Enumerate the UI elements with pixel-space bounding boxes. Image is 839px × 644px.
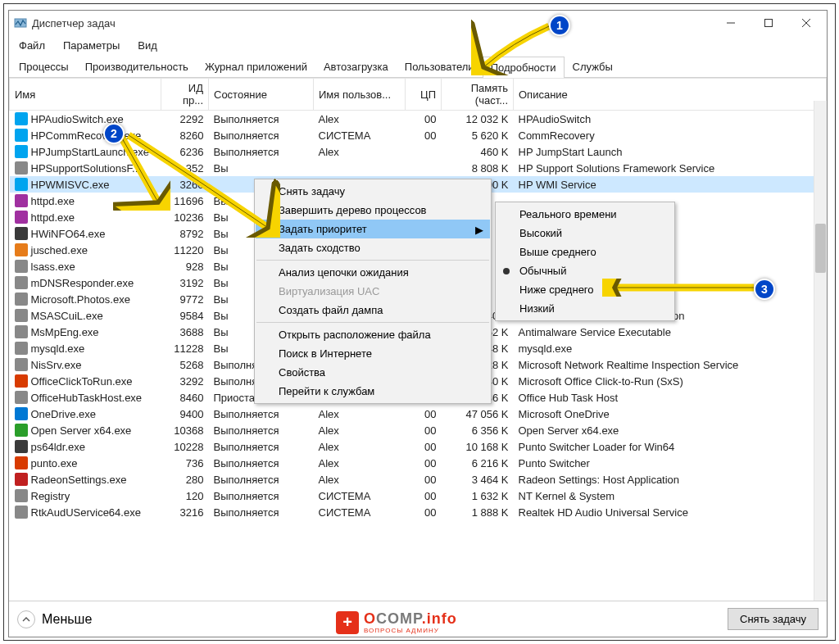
ctx-item[interactable]: Свойства	[256, 363, 490, 382]
watermark-sub: ВОПРОСЫ АДМИНУ	[364, 628, 457, 634]
col-name[interactable]: Имя	[10, 79, 161, 111]
fewer-details-label[interactable]: Меньше	[42, 612, 92, 627]
ctx-item[interactable]: Завершить дерево процессов	[256, 201, 490, 220]
fewer-details-button[interactable]	[17, 610, 35, 628]
col-desc[interactable]: Описание	[514, 79, 827, 111]
tab-1[interactable]: Производительность	[77, 56, 197, 77]
table-row[interactable]: HPCommRecovery.exe8260ВыполняетсяСИСТЕМА…	[10, 127, 827, 143]
table-row[interactable]: Registry120ВыполняетсяСИСТЕМА001 632 KNT…	[10, 488, 827, 504]
ctx-item[interactable]: Перейти к службам	[256, 382, 490, 401]
priority-item[interactable]: Реального времени	[497, 205, 673, 224]
table-row[interactable]: ps64ldr.exe10228ВыполняетсяAlex0010 168 …	[10, 438, 827, 455]
tabbar: ПроцессыПроизводительностьЖурнал приложе…	[9, 55, 827, 78]
callout-badge-1: 1	[549, 15, 570, 36]
ctx-item[interactable]: Задать приоритет▶	[256, 220, 490, 238]
chevron-right-icon: ▶	[475, 223, 483, 235]
menubar: Файл Параметры Вид	[9, 35, 827, 55]
table-row[interactable]: RtkAudUService64.exe3216ВыполняетсяСИСТЕ…	[10, 504, 827, 520]
table-row[interactable]: HPAudioSwitch.exe2292ВыполняетсяAlex0012…	[10, 111, 827, 128]
menu-file[interactable]: Файл	[16, 38, 48, 53]
process-context-menu: Снять задачуЗавершить дерево процессовЗа…	[254, 179, 492, 404]
table-row[interactable]: OneDrive.exe9400ВыполняетсяAlex0047 056 …	[10, 406, 827, 422]
ctx-item[interactable]: Задать сходство	[256, 238, 490, 257]
maximize-button[interactable]	[750, 11, 787, 35]
table-row[interactable]: RadeonSettings.exe280ВыполняетсяAlex003 …	[10, 471, 827, 488]
titlebar: Диспетчер задач	[9, 11, 827, 35]
watermark-badge: +	[336, 611, 359, 634]
ctx-item[interactable]: Поиск в Интернете	[256, 344, 490, 363]
vertical-scrollbar[interactable]	[814, 101, 827, 601]
watermark: + OCOMP.info ВОПРОСЫ АДМИНУ	[336, 610, 457, 634]
watermark-text: OCOMP.info	[364, 610, 457, 627]
priority-item[interactable]: Выше среднего	[497, 243, 673, 261]
priority-item[interactable]: Обычный	[497, 261, 673, 280]
ctx-item[interactable]: Создать файл дампа	[256, 301, 490, 320]
tab-6[interactable]: Службы	[565, 56, 621, 77]
col-cpu[interactable]: ЦП	[406, 79, 442, 111]
tab-5[interactable]: Подробности	[483, 57, 565, 78]
priority-item[interactable]: Низкий	[497, 299, 673, 318]
table-row[interactable]: HPJumpStartLaunch.exe6236ВыполняетсяAlex…	[10, 143, 827, 160]
menu-options[interactable]: Параметры	[60, 38, 123, 53]
ctx-item[interactable]: Открыть расположение файла	[256, 325, 490, 344]
task-manager-icon	[14, 16, 27, 29]
close-button[interactable]	[787, 11, 825, 35]
ctx-item[interactable]: Виртуализация UAC	[256, 282, 490, 301]
table-row[interactable]: Open Server x64.exe10368ВыполняетсяAlex0…	[10, 422, 827, 438]
svg-rect-2	[765, 20, 773, 27]
tab-3[interactable]: Автозагрузка	[315, 56, 397, 77]
col-state[interactable]: Состояние	[209, 79, 314, 111]
col-pid[interactable]: ИД пр...	[161, 79, 209, 111]
menu-view[interactable]: Вид	[134, 38, 161, 53]
priority-item[interactable]: Ниже среднего	[497, 280, 673, 299]
ctx-item[interactable]: Анализ цепочки ожидания	[256, 263, 490, 282]
tab-0[interactable]: Процессы	[11, 56, 77, 77]
table-row[interactable]: HPSupportSolutionsF...352Вы8 808 KHP Sup…	[10, 160, 827, 176]
tab-2[interactable]: Журнал приложений	[197, 56, 315, 77]
scrollbar-thumb[interactable]	[815, 224, 826, 273]
end-task-button[interactable]: Снять задачу	[728, 608, 819, 630]
col-mem[interactable]: Память (част...	[442, 79, 514, 111]
col-user[interactable]: Имя пользов...	[314, 79, 406, 111]
callout-badge-3: 3	[754, 279, 775, 300]
table-row[interactable]: punto.exe736ВыполняетсяAlex006 216 KPunt…	[10, 455, 827, 471]
tab-4[interactable]: Пользователи	[397, 56, 483, 77]
bullet-icon	[503, 268, 510, 274]
callout-badge-2: 2	[103, 123, 125, 144]
priority-submenu: Реального времениВысокийВыше среднегоОбы…	[495, 202, 675, 321]
ctx-item[interactable]: Снять задачу	[256, 182, 490, 201]
priority-item[interactable]: Высокий	[497, 224, 673, 243]
minimize-button[interactable]	[712, 11, 750, 35]
table-header-row: Имя ИД пр... Состояние Имя пользов... ЦП…	[10, 79, 827, 111]
chevron-up-icon	[22, 615, 30, 624]
window-title: Диспетчер задач	[32, 17, 116, 29]
